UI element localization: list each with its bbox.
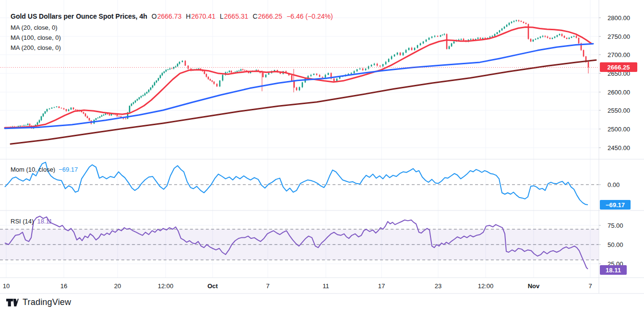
high-value: 2670.41: [191, 12, 215, 20]
change-value: −6.46 (−0.24%): [286, 12, 333, 20]
svg-text:20: 20: [114, 282, 121, 290]
low-label: L: [220, 12, 224, 20]
momentum-value-label: −69.17: [600, 200, 631, 210]
low-value: 2665.31: [224, 12, 249, 20]
svg-text:50.00: 50.00: [608, 241, 623, 248]
symbol-title: Gold US Dollars per Ounce Spot Prices, 4…: [11, 12, 147, 20]
last-price-label: 2666.25: [600, 62, 637, 72]
svg-text:−69.17: −69.17: [606, 201, 625, 209]
rsi-value: 18.11: [37, 218, 52, 225]
svg-text:2600.00: 2600.00: [608, 89, 630, 96]
svg-text:2500.00: 2500.00: [608, 126, 630, 133]
rsi-label: RSI (14): [11, 218, 34, 225]
svg-text:10: 10: [3, 282, 10, 290]
svg-text:2666.25: 2666.25: [608, 64, 630, 71]
tradingview-chart-widget: 2800.002750.002700.002650.002600.002550.…: [0, 0, 644, 316]
svg-text:0.00: 0.00: [608, 181, 620, 188]
momentum-line: [5, 162, 588, 205]
time-scale-hitarea[interactable]: [0, 278, 599, 293]
momentum-legend[interactable]: Mom (10, close)−69.17: [11, 165, 78, 174]
ma20-legend[interactable]: MA (20, close, 0): [11, 23, 333, 33]
tradingview-logo-text: TradingView: [23, 297, 71, 307]
rsi-value-label: 18.11: [600, 265, 627, 275]
svg-text:17: 17: [378, 282, 385, 290]
high-label: H: [186, 12, 191, 20]
ma-100-line: [5, 44, 593, 129]
tradingview-logo-icon: [6, 298, 19, 307]
close-value: 2666.25: [258, 12, 283, 20]
open-value: 2666.73: [157, 12, 182, 20]
svg-text:Oct: Oct: [207, 282, 218, 290]
tradingview-logo[interactable]: TradingView: [6, 297, 71, 307]
close-label: C: [252, 12, 257, 20]
svg-text:2750.00: 2750.00: [608, 33, 630, 40]
svg-text:2550.00: 2550.00: [608, 107, 630, 114]
momentum-label: Mom (10, close): [11, 166, 55, 173]
svg-text:2700.00: 2700.00: [608, 51, 630, 59]
svg-text:2800.00: 2800.00: [608, 14, 630, 22]
svg-text:75.00: 75.00: [608, 222, 623, 229]
ma200-legend[interactable]: MA (200, close, 0): [11, 43, 333, 53]
main-series-legend[interactable]: Gold US Dollars per Ounce Spot Prices, 4…: [11, 12, 333, 53]
symbol-title-row[interactable]: Gold US Dollars per Ounce Spot Prices, 4…: [11, 12, 333, 20]
momentum-value: −69.17: [59, 166, 78, 173]
svg-text:11: 11: [322, 282, 329, 290]
svg-text:12:00: 12:00: [478, 282, 494, 290]
ma100-legend[interactable]: MA (100, close, 0): [11, 33, 333, 43]
open-label: O: [152, 12, 157, 20]
svg-text:18.11: 18.11: [606, 267, 621, 274]
rsi-legend[interactable]: RSI (14)18.11: [11, 217, 52, 225]
svg-text:7: 7: [266, 282, 269, 290]
svg-text:Nov: Nov: [528, 282, 540, 290]
svg-text:12:00: 12:00: [158, 282, 174, 290]
svg-text:7: 7: [588, 282, 592, 290]
ma-200-line: [11, 60, 596, 144]
svg-text:2450.00: 2450.00: [608, 144, 630, 152]
time-axis[interactable]: 10162012:00Oct711172312:00Nov7: [0, 278, 599, 293]
price-axis[interactable]: 2800.002750.002700.002650.002600.002550.…: [599, 0, 644, 293]
svg-text:16: 16: [60, 282, 67, 290]
svg-text:23: 23: [435, 282, 441, 290]
